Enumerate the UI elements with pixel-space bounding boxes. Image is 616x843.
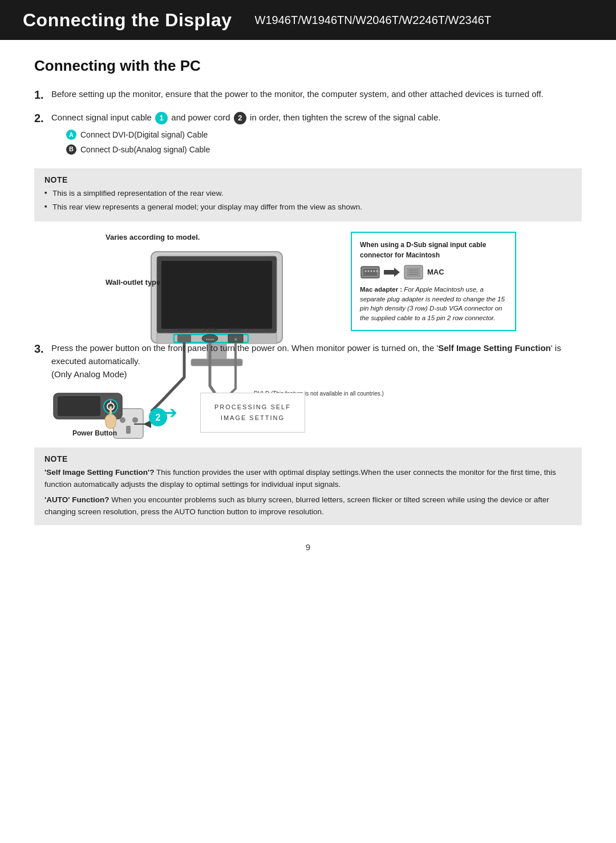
note-2-para-2: 'AUTO' Function? When you encounter prob… (44, 494, 572, 518)
mac-label: MAC (427, 267, 444, 278)
right-arrow-icon (384, 267, 400, 278)
note-1-item-2: This rear view represents a general mode… (44, 201, 572, 213)
svg-point-40 (371, 270, 372, 272)
mac-adapter-text: Mac adapter : For Apple Macintosh use, a… (360, 285, 507, 323)
step-2-num: 2. (34, 110, 47, 127)
section-title: Connecting with the PC (34, 57, 582, 75)
note-2-bold-1: 'Self Image Setting Function'? (44, 468, 154, 477)
note-1-item-1: This is a simplified representation of t… (44, 188, 572, 199)
svg-point-41 (374, 270, 375, 272)
diagram-right: When using a D-Sub signal input cable co… (351, 232, 516, 331)
header-model: W1946T/W1946TN/W2046T/W2246T/W2346T (255, 14, 492, 27)
processing-box: PROCESSING SELF IMAGE SETTING (200, 393, 305, 433)
header-bar: Connecting the Display W1946T/W1946TN/W2… (0, 0, 616, 40)
step-2-sublist: A Connect DVI-D(Digital signal) Cable B … (66, 129, 582, 156)
power-arrow: ➔ (163, 402, 177, 422)
wall-outlet-label: Wall-outlet type (106, 278, 160, 287)
sub-text-a: Connect DVI-D(Digital signal) Cable (80, 129, 208, 142)
main-content: Connecting with the PC 1. Before setting… (0, 40, 616, 575)
varies-label: Varies according to model. (106, 233, 200, 241)
power-device-wrap: Power Button (49, 388, 140, 437)
step-2-content: Connect signal input cable 1 and power c… (51, 111, 582, 158)
mac-callout-title: When using a D-Sub signal input cable co… (360, 240, 507, 260)
svg-rect-37 (363, 269, 377, 276)
step-3-num: 3. (34, 340, 47, 358)
sub-item-a: A Connect DVI-D(Digital signal) Cable (66, 129, 582, 142)
badge-1: 1 (155, 112, 168, 124)
header-title: Connecting the Display (23, 10, 232, 31)
svg-marker-43 (384, 268, 400, 277)
step-1-num: 1. (34, 86, 47, 104)
mac-arrow-row: MAC (360, 264, 507, 280)
svg-rect-2 (161, 261, 272, 329)
sub-item-b: B Connect D-sub(Analog signal) Cable (66, 144, 582, 156)
note-1-title: NOTE (44, 175, 572, 184)
svg-text:D-SUB: D-SUB (202, 326, 217, 332)
svg-text:●●●●●: ●●●●● (205, 337, 214, 341)
sub-text-b: Connect D-sub(Analog signal) Cable (80, 144, 210, 156)
mac-port-icon (403, 264, 424, 280)
note-2-content: 'Self Image Setting Function'? This func… (44, 467, 572, 518)
badge-2: 2 (234, 112, 246, 124)
svg-point-42 (376, 270, 378, 272)
svg-point-38 (365, 270, 367, 272)
svg-point-39 (368, 270, 370, 272)
note-2-bold-2: 'AUTO' Function? (44, 495, 109, 504)
step-2: 2. Connect signal input cable 1 and powe… (34, 111, 582, 158)
svg-text:DVI-D: DVI-D (229, 326, 241, 332)
diagram-left: Varies according to model. AC-IN D- (100, 232, 339, 287)
svg-text:AC-IN: AC-IN (178, 326, 191, 332)
step-1-text: Before setting up the monitor, ensure th… (51, 87, 582, 100)
svg-text:▦: ▦ (234, 337, 237, 341)
mac-adapter-bold: Mac adapter : (360, 286, 402, 293)
step-3-content: Press the power button on the front pane… (51, 341, 582, 381)
svg-text:2: 2 (156, 413, 161, 422)
note-2-para-1: 'Self Image Setting Function'? This func… (44, 467, 572, 491)
note-1-list: This is a simplified representation of t… (44, 188, 572, 213)
sub-letter-b: B (66, 144, 76, 155)
svg-rect-50 (58, 396, 100, 416)
step-1: 1. Before setting up the monitor, ensure… (34, 87, 582, 104)
note-box-2: NOTE 'Self Image Setting Function'? This… (34, 447, 582, 525)
step-2-text-after: in order, then tighten the screw of the … (250, 112, 440, 122)
processing-line1: PROCESSING SELF (214, 402, 291, 413)
power-button-svg (49, 388, 140, 433)
diagram-area: Varies according to model. AC-IN D- (34, 232, 582, 331)
dsub-icon (360, 264, 380, 280)
processing-line2: IMAGE SETTING (221, 413, 285, 423)
sub-letter-a: A (66, 130, 76, 140)
note-box-1: NOTE This is a simplified representation… (34, 168, 582, 221)
self-image-bold: Self Image Setting Function (438, 343, 551, 353)
page-number: 9 (34, 542, 582, 552)
mac-callout: When using a D-Sub signal input cable co… (351, 232, 516, 331)
step-2-text-before: Connect signal input cable (51, 112, 154, 122)
step-3: 3. Press the power button on the front p… (34, 341, 582, 381)
step-2-text-middle: and power cord (171, 112, 233, 122)
